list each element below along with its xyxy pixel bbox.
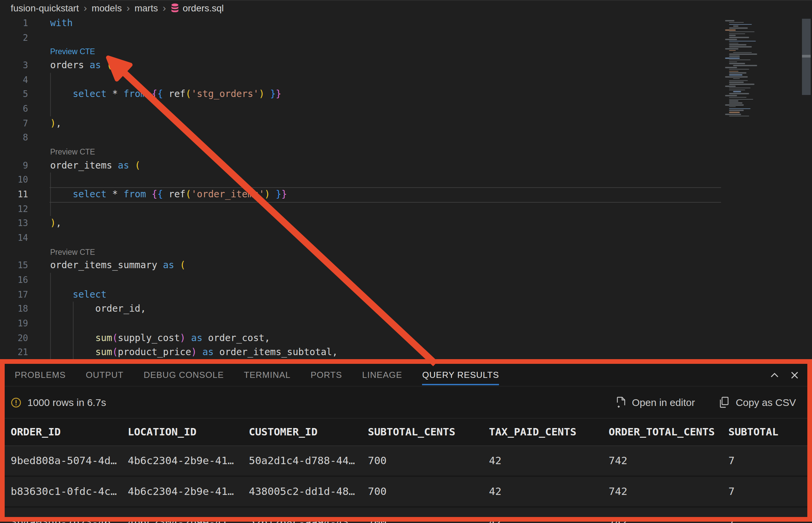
table-cell: 7 — [728, 516, 807, 523]
code-lens-row: Preview CTE — [0, 45, 721, 58]
tab-query-results[interactable]: QUERY RESULTS — [422, 364, 499, 385]
query-status-row: 1000 rows in 6.7s Open in editor — [5, 386, 807, 419]
bottom-panel: PROBLEMSOUTPUTDEBUG CONSOLETERMINALPORTS… — [5, 364, 807, 523]
close-icon[interactable] — [790, 370, 799, 380]
indent-guide — [73, 302, 73, 359]
copy-as-csv-label: Copy as CSV — [736, 397, 796, 408]
line-number: 1 — [0, 16, 28, 31]
current-line-highlight — [50, 187, 721, 202]
code-line-content: with — [50, 16, 73, 31]
breadcrumb-item[interactable]: marts — [134, 3, 158, 13]
tab-lineage[interactable]: LINEAGE — [362, 364, 402, 385]
preview-cte-link[interactable]: Preview CTE — [50, 148, 95, 156]
code-line-content: Preview CTE — [50, 245, 95, 259]
line-number: 20 — [0, 331, 28, 345]
table-cell: b83630c1-0fdc-4c… — [11, 486, 128, 498]
open-in-editor-button[interactable]: Open in editor — [616, 397, 694, 408]
code-line-content: ), — [50, 116, 61, 130]
table-cell: 5261268c-aa94-43 — [249, 516, 368, 523]
table-cell: 3b4a03db-7b23-46 — [11, 516, 128, 523]
line-number: 15 — [0, 258, 28, 272]
code-line: 17 select — [0, 287, 721, 302]
code-line: 15order_items_summary as ( — [0, 258, 721, 272]
tab-output[interactable]: OUTPUT — [86, 364, 124, 385]
code-line: 18 order_id, — [0, 302, 721, 316]
table-cell: 42 — [489, 516, 609, 523]
code-line: 5 select * from {{ ref('stg_orders') }} — [0, 87, 721, 102]
warning-icon — [11, 397, 21, 408]
line-number: 5 — [0, 87, 28, 102]
table-row[interactable]: 9bed808a-5074-4d…4b6c2304-2b9e-41…50a2d1… — [5, 446, 807, 477]
column-header[interactable]: LOCATION_ID — [128, 426, 249, 438]
table-row[interactable]: 3b4a03db-7b23-464b6c2304-2b9e-415261268c… — [5, 508, 807, 523]
column-header[interactable]: ORDER_TOTAL_CENTS — [609, 426, 728, 438]
table-cell: 700 — [368, 455, 489, 467]
table-cell: 4b6c2304-2b9e-41… — [128, 486, 249, 498]
line-number: 18 — [0, 302, 28, 316]
breadcrumb-items: fusion-quickstart›models›marts› — [11, 3, 170, 13]
column-header[interactable]: TAX_PAID_CENTS — [489, 426, 609, 438]
column-header[interactable]: SUBTOTAL_CENTS — [368, 426, 489, 438]
file-plus-icon — [616, 397, 626, 408]
preview-cte-link[interactable]: Preview CTE — [50, 48, 95, 56]
minimap[interactable] — [722, 17, 799, 131]
code-lens-row: Preview CTE — [0, 145, 721, 158]
preview-cte-link[interactable]: Preview CTE — [50, 248, 95, 256]
code-line: 14 — [0, 231, 721, 245]
vscode-window: fusion-quickstart›models›marts› orders.s… — [0, 0, 812, 523]
line-number: 16 — [0, 273, 28, 287]
breadcrumb-separator-icon: › — [126, 2, 130, 13]
code-line: 16 — [0, 273, 721, 287]
database-icon — [170, 3, 179, 13]
tab-problems[interactable]: PROBLEMS — [15, 364, 66, 385]
code-line: 4 — [0, 73, 721, 87]
code-line: 10 — [0, 173, 721, 187]
panel-tabbar: PROBLEMSOUTPUTDEBUG CONSOLETERMINALPORTS… — [5, 364, 807, 386]
table-cell: 7 — [728, 486, 807, 498]
tab-ports[interactable]: PORTS — [311, 364, 342, 385]
code-line-content: Preview CTE — [50, 45, 95, 59]
breadcrumb-item[interactable]: fusion-quickstart — [11, 3, 79, 13]
line-number: 6 — [0, 102, 28, 116]
line-number: 7 — [0, 116, 28, 130]
line-number: 19 — [0, 316, 28, 331]
code-line: 12 — [0, 202, 721, 216]
code-line-content: order_id, — [50, 302, 146, 316]
copy-as-csv-button[interactable]: Copy as CSV — [719, 397, 796, 408]
table-cell: 742 — [609, 516, 728, 523]
code-line: 1with — [0, 16, 721, 31]
table-body: 9bed808a-5074-4d…4b6c2304-2b9e-41…50a2d1… — [5, 446, 807, 523]
line-number: 21 — [0, 345, 28, 360]
column-header[interactable]: ORDER_ID — [11, 426, 128, 438]
tab-debug-console[interactable]: DEBUG CONSOLE — [143, 364, 224, 385]
line-number: 11 — [0, 187, 28, 202]
code-line: 6 — [0, 102, 721, 116]
breadcrumb-item[interactable]: models — [92, 3, 122, 13]
table-cell: 742 — [609, 455, 728, 467]
line-number: 10 — [0, 173, 28, 187]
code-line-content: sum(product_price) as order_items_subtot… — [50, 345, 338, 360]
code-line-content: Preview CTE — [50, 145, 95, 159]
column-header[interactable]: CUSTOMER_ID — [249, 426, 368, 438]
code-line: 13), — [0, 216, 721, 231]
code-line: 9order_items as ( — [0, 158, 721, 173]
table-cell: 4b6c2304-2b9e-41 — [128, 516, 249, 523]
table-row[interactable]: b83630c1-0fdc-4c…4b6c2304-2b9e-41…438005… — [5, 477, 807, 508]
table-cell: 742 — [609, 486, 728, 498]
code-line-content: select — [50, 287, 107, 302]
column-header[interactable]: SUBTOTAL — [728, 426, 807, 438]
breadcrumb-separator-icon: › — [163, 2, 166, 13]
code-line: 20 sum(supply_cost) as order_cost, — [0, 331, 721, 345]
chevron-up-icon[interactable] — [770, 370, 779, 380]
line-number: 13 — [0, 216, 28, 231]
code-line-content: sum(supply_cost) as order_cost, — [50, 331, 270, 345]
table-cell: 42 — [489, 486, 609, 498]
table-cell: 700 — [368, 516, 489, 523]
breadcrumb-file[interactable]: orders.sql — [170, 3, 224, 13]
table-cell: 438005c2-dd1d-48… — [249, 486, 368, 498]
line-number: 12 — [0, 202, 28, 216]
editor-top-border — [98, 0, 812, 1]
tab-terminal[interactable]: TERMINAL — [244, 364, 290, 385]
panel-tabs: PROBLEMSOUTPUTDEBUG CONSOLETERMINALPORTS… — [5, 364, 499, 385]
code-lens-row: Preview CTE — [0, 245, 721, 258]
